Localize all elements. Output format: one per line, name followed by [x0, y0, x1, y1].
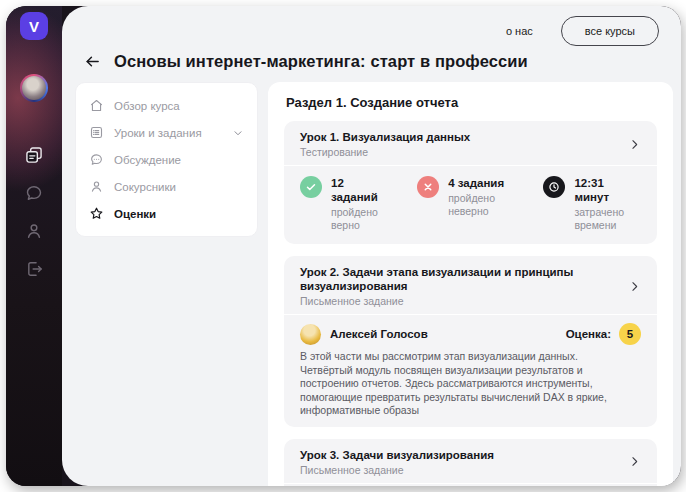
- lesson-title: Урок 2. Задачи этапа визуализации и прин…: [300, 265, 628, 293]
- rail-nav: [24, 145, 44, 279]
- screenshot-canvas: V о нас все курсы: [0, 0, 686, 492]
- grade: Оценка: 5: [566, 323, 641, 345]
- lessons-panel: Раздел 1. Создание отчета Урок 1. Визуал…: [268, 82, 673, 486]
- logout-icon[interactable]: [24, 259, 44, 279]
- courses-icon[interactable]: [24, 145, 44, 165]
- lesson-subtitle: Тестирование: [300, 146, 470, 158]
- menu-item-label: Уроки и задания: [114, 127, 202, 139]
- chevron-right-icon[interactable]: [628, 455, 641, 468]
- menu-item-classmates[interactable]: Сокурсники: [89, 173, 244, 200]
- menu-item-label: Обзор курса: [114, 100, 180, 112]
- course-menu: Обзор курса Уроки и задания: [75, 82, 258, 237]
- all-courses-button[interactable]: все курсы: [561, 16, 659, 46]
- menu-item-grades[interactable]: Оценки: [89, 200, 244, 227]
- cross-icon: [417, 176, 439, 198]
- lesson-title: Урок 1. Визуализация данных: [300, 130, 470, 144]
- lesson-review: Алексей Голосов Оценка: 5 В этой части м…: [284, 315, 657, 427]
- lesson-stats: 12 заданий пройдено верно 4 задания: [284, 166, 657, 244]
- lesson-status: Оценивается: [284, 484, 657, 487]
- app-window: V о нас все курсы: [6, 6, 681, 486]
- chat-icon[interactable]: [24, 183, 44, 203]
- menu-item-label: Оценки: [114, 208, 156, 220]
- list-icon: [89, 125, 104, 140]
- section-title: Раздел 1. Создание отчета: [286, 95, 657, 110]
- stat-incorrect: 4 задания пройдено неверно: [417, 176, 511, 232]
- lesson-title: Урок 3. Задачи визуализирования: [300, 448, 494, 462]
- title-row: Основы интернет-маркетинга: старт в проф…: [62, 46, 681, 82]
- menu-item-label: Сокурсники: [114, 181, 176, 193]
- lesson-subtitle: Письменное задание: [300, 464, 494, 476]
- stat-label: пройдено верно: [331, 206, 385, 232]
- stat-time: 12:31 минут затрачено времени: [543, 176, 641, 232]
- profile-icon[interactable]: [24, 221, 44, 241]
- stat-correct: 12 заданий пройдено верно: [300, 176, 385, 232]
- check-icon: [300, 176, 322, 198]
- lesson-description: В этой части мы рассмотрим этап визуализ…: [300, 350, 641, 418]
- menu-item-overview[interactable]: Обзор курса: [89, 92, 244, 119]
- home-icon: [89, 98, 104, 113]
- topbar: о нас все курсы: [62, 6, 681, 46]
- user-avatar[interactable]: [20, 74, 48, 102]
- back-arrow-icon[interactable]: [84, 53, 101, 70]
- user-avatar-photo: [22, 76, 46, 100]
- lesson-card-1[interactable]: Урок 1. Визуализация данных Тестирование: [284, 121, 657, 244]
- star-icon: [89, 206, 104, 221]
- lesson-subtitle: Письменное задание: [300, 295, 628, 307]
- stat-label: затрачено времени: [574, 206, 641, 232]
- lesson-card-header[interactable]: Урок 2. Задачи этапа визуализации и прин…: [284, 256, 657, 314]
- columns: Обзор курса Уроки и задания: [62, 82, 681, 486]
- grade-label: Оценка:: [566, 328, 611, 340]
- discussion-icon: [89, 152, 104, 167]
- author-row: Алексей Голосов Оценка: 5: [300, 323, 641, 345]
- chevron-right-icon[interactable]: [628, 280, 641, 293]
- app-rail: V: [6, 6, 62, 486]
- chevron-down-icon[interactable]: [232, 127, 244, 139]
- menu-item-discussion[interactable]: Обсуждение: [89, 146, 244, 173]
- classmates-icon: [89, 179, 104, 194]
- stat-value: 12 заданий: [331, 176, 385, 204]
- about-link[interactable]: о нас: [506, 25, 533, 37]
- stat-label: пройдено неверно: [448, 192, 511, 218]
- stat-value: 12:31 минут: [574, 176, 641, 204]
- author-name: Алексей Голосов: [330, 328, 428, 340]
- chevron-right-icon[interactable]: [628, 138, 641, 151]
- menu-item-lessons[interactable]: Уроки и задания: [89, 119, 244, 146]
- lesson-card-2[interactable]: Урок 2. Задачи этапа визуализации и прин…: [284, 256, 657, 427]
- main-area: о нас все курсы Основы интернет-маркетин…: [62, 6, 681, 486]
- clock-icon: [543, 176, 565, 198]
- page-title: Основы интернет-маркетинга: старт в проф…: [114, 50, 528, 72]
- stat-value: 4 задания: [448, 176, 511, 190]
- lesson-card-header[interactable]: Урок 1. Визуализация данных Тестирование: [284, 121, 657, 165]
- menu-item-label: Обсуждение: [114, 154, 181, 166]
- lesson-card-header[interactable]: Урок 3. Задачи визуализирования Письменн…: [284, 439, 657, 483]
- author-avatar: [300, 324, 321, 345]
- grade-badge: 5: [619, 323, 641, 345]
- lesson-card-3[interactable]: Урок 3. Задачи визуализирования Письменн…: [284, 439, 657, 487]
- app-logo[interactable]: V: [20, 12, 48, 40]
